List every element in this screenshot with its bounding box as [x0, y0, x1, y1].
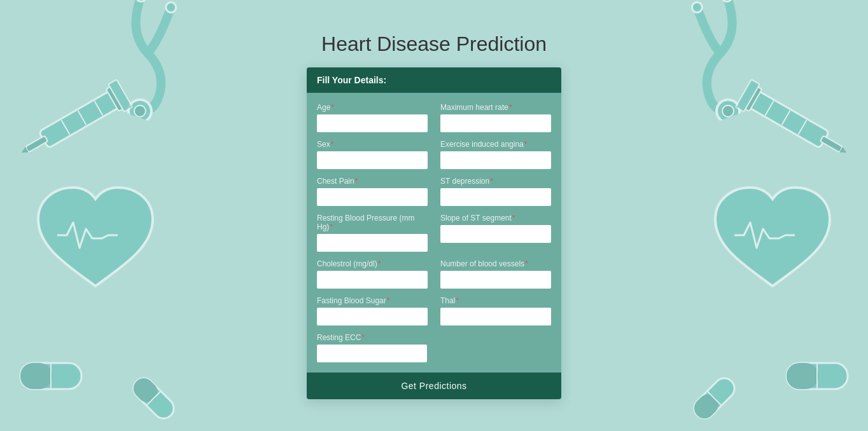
field-sex: Sex*: [317, 140, 428, 169]
svg-rect-30: [129, 374, 178, 422]
svg-rect-27: [787, 363, 848, 389]
label-resting-bp: Resting Blood Pressure (mm Hg)*: [317, 214, 428, 231]
input-cholesterol[interactable]: [317, 271, 428, 289]
svg-rect-8: [39, 90, 120, 148]
field-blood-vessels: Number of blood vessels*: [440, 259, 551, 289]
svg-point-0: [134, 0, 148, 3]
field-thal: Thal*: [440, 296, 551, 325]
form-footer: Get Predictions: [307, 373, 561, 399]
svg-line-15: [94, 101, 102, 116]
svg-line-32: [146, 391, 161, 406]
field-max-heart-rate: Maximum heart rate*: [440, 103, 551, 132]
input-chest-pain[interactable]: [317, 188, 428, 206]
svg-rect-19: [820, 135, 843, 152]
svg-rect-18: [736, 79, 760, 112]
input-fasting-blood-sugar[interactable]: [317, 308, 428, 325]
svg-line-14: [78, 111, 87, 125]
label-blood-vessels: Number of blood vessels*: [440, 259, 551, 268]
input-thal[interactable]: [440, 308, 551, 325]
label-fasting-blood-sugar: Fasting Blood Sugar*: [317, 296, 428, 305]
svg-marker-20: [839, 147, 848, 156]
page-title: Heart Disease Prediction: [321, 32, 547, 56]
field-st-depression: ST depression*: [440, 177, 551, 206]
input-sex[interactable]: [317, 151, 428, 169]
svg-point-6: [713, 97, 743, 126]
svg-point-1: [164, 1, 178, 14]
field-fasting-blood-sugar: Fasting Blood Sugar*: [317, 296, 428, 325]
input-st-depression[interactable]: [440, 188, 551, 206]
form-header: Fill Your Details:: [307, 67, 561, 93]
input-age[interactable]: [317, 114, 428, 132]
label-thal: Thal*: [440, 296, 551, 305]
get-predictions-button[interactable]: Get Predictions: [314, 381, 554, 391]
svg-line-22: [782, 111, 790, 125]
svg-point-7: [721, 104, 736, 118]
field-resting-ecc: Resting ECC*: [317, 333, 551, 362]
field-chest-pain: Chest Pain*: [317, 177, 428, 206]
prediction-form: Fill Your Details: Age* Maximum heart ra…: [307, 67, 561, 399]
svg-rect-31: [129, 374, 162, 406]
label-cholesterol: Cholestrol (mg/dl)*: [317, 259, 428, 268]
svg-marker-12: [20, 147, 29, 156]
input-exercise-angina[interactable]: [440, 151, 551, 169]
label-chest-pain: Chest Pain*: [317, 177, 428, 186]
input-blood-vessels[interactable]: [440, 271, 551, 289]
svg-rect-10: [108, 79, 132, 112]
field-age: Age*: [317, 103, 428, 132]
svg-point-3: [132, 104, 147, 118]
field-resting-bp: Resting Blood Pressure (mm Hg)*: [317, 214, 428, 252]
input-max-heart-rate[interactable]: [440, 114, 551, 132]
svg-rect-25: [20, 363, 52, 389]
field-st-slope: Slope of ST segment*: [440, 214, 551, 252]
svg-point-5: [690, 1, 704, 14]
label-st-slope: Slope of ST segment*: [440, 214, 551, 222]
svg-rect-28: [787, 363, 818, 389]
form-body: Age* Maximum heart rate* Sex* Exercise i…: [307, 93, 561, 373]
svg-rect-11: [25, 135, 48, 152]
svg-rect-33: [690, 374, 738, 422]
label-resting-ecc: Resting ECC*: [317, 333, 551, 342]
label-st-depression: ST depression*: [440, 177, 551, 186]
svg-point-4: [720, 0, 734, 3]
input-resting-ecc[interactable]: [317, 345, 427, 362]
svg-rect-16: [748, 90, 830, 148]
svg-rect-9: [106, 85, 125, 111]
input-resting-bp[interactable]: [317, 234, 428, 252]
svg-line-21: [798, 120, 806, 135]
svg-rect-17: [743, 85, 762, 111]
input-st-slope[interactable]: [440, 225, 551, 243]
svg-rect-24: [20, 363, 81, 389]
field-cholesterol: Cholestrol (mg/dl)*: [317, 259, 428, 289]
svg-rect-34: [690, 390, 722, 423]
svg-line-23: [766, 101, 774, 116]
label-sex: Sex*: [317, 140, 428, 149]
svg-line-13: [62, 120, 70, 135]
svg-line-35: [707, 391, 722, 406]
label-age: Age*: [317, 103, 428, 112]
label-exercise-angina: Exercise induced angina*: [440, 140, 551, 149]
svg-point-2: [125, 97, 155, 126]
label-max-heart-rate: Maximum heart rate*: [440, 103, 551, 112]
field-exercise-angina: Exercise induced angina*: [440, 140, 551, 169]
